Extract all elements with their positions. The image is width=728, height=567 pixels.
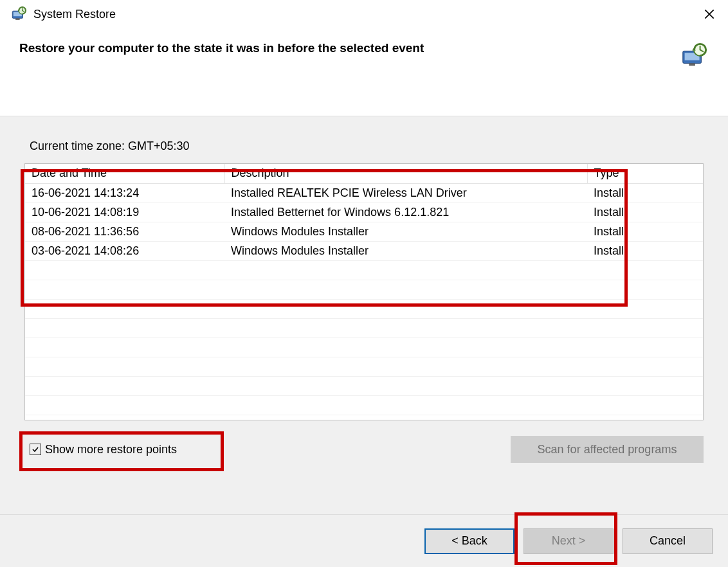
titlebar: System Restore	[0, 0, 728, 28]
table-cell: Installed Betternet for Windows 6.12.1.8…	[224, 203, 587, 222]
table-cell: 03-06-2021 14:08:26	[25, 241, 224, 260]
table-cell: 08-06-2021 11:36:56	[25, 222, 224, 241]
table-cell: Install	[587, 183, 703, 203]
show-more-checkbox-label: Show more restore points	[45, 443, 177, 456]
show-more-checkbox[interactable]	[30, 444, 41, 455]
page-heading: Restore your computer to the state it wa…	[19, 41, 673, 55]
table-row[interactable]: 16-06-2021 14:13:24Installed REALTEK PCI…	[25, 183, 703, 203]
table-header-row: Date and Time▾ Description Type	[25, 164, 703, 183]
table-cell: Windows Modules Installer	[224, 241, 587, 260]
table-cell: Install	[587, 203, 703, 222]
table-row-empty	[25, 260, 703, 280]
sort-indicator-icon: ▾	[108, 166, 111, 174]
show-more-checkbox-area[interactable]: Show more restore points	[24, 439, 182, 460]
table-row[interactable]: 08-06-2021 11:36:56Windows Modules Insta…	[25, 222, 703, 241]
column-header-date-label: Date and Time	[32, 166, 107, 179]
column-header-type[interactable]: Type	[587, 164, 703, 183]
column-header-description[interactable]: Description	[224, 164, 587, 183]
table-cell: Windows Modules Installer	[224, 222, 587, 241]
column-header-date[interactable]: Date and Time▾	[25, 164, 224, 183]
table-cell: Installed REALTEK PCIE Wireless LAN Driv…	[224, 183, 587, 203]
system-restore-large-icon	[679, 41, 709, 71]
wizard-footer: < Back Next > Cancel	[0, 514, 728, 567]
system-restore-icon	[10, 6, 27, 22]
table-row-empty	[25, 280, 703, 299]
table-cell: 16-06-2021 14:13:24	[25, 183, 224, 203]
cancel-button[interactable]: Cancel	[623, 528, 713, 554]
table-row[interactable]: 03-06-2021 14:08:26Windows Modules Insta…	[25, 241, 703, 260]
table-row-empty	[25, 299, 703, 318]
header-area: Restore your computer to the state it wa…	[0, 28, 728, 77]
table-cell: 10-06-2021 14:08:19	[25, 203, 224, 222]
table-cell: Install	[587, 222, 703, 241]
table-row-empty	[25, 395, 703, 415]
timezone-label: Current time zone: GMT+05:30	[24, 140, 704, 153]
scan-affected-programs-button: Scan for affected programs	[511, 436, 704, 463]
content-area: Current time zone: GMT+05:30 Date and Ti…	[0, 116, 728, 514]
svg-rect-2	[15, 19, 20, 20]
next-button: Next >	[523, 528, 614, 554]
table-row-empty	[25, 376, 703, 395]
back-button[interactable]: < Back	[424, 528, 514, 554]
table-row-empty	[25, 318, 703, 338]
system-restore-window: System Restore Restore your computer to …	[0, 0, 728, 567]
close-button[interactable]	[691, 1, 728, 27]
table-row[interactable]: 10-06-2021 14:08:19Installed Betternet f…	[25, 203, 703, 222]
table-row-empty	[25, 338, 703, 357]
restore-points-table[interactable]: Date and Time▾ Description Type 16-06-20…	[24, 163, 704, 420]
window-title: System Restore	[33, 8, 691, 21]
table-row-empty	[25, 357, 703, 376]
svg-rect-9	[689, 64, 695, 66]
below-table-row: Show more restore points Scan for affect…	[24, 436, 704, 463]
table-cell: Install	[587, 241, 703, 260]
